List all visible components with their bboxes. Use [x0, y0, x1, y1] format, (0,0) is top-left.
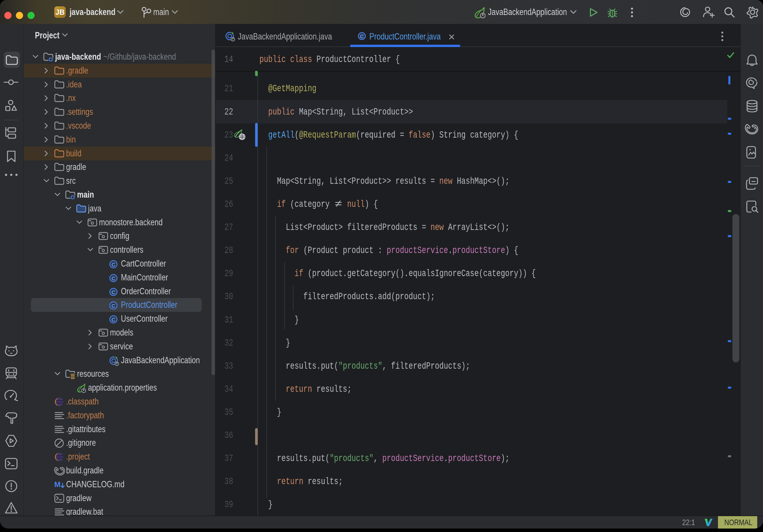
svg-text:C: C	[360, 34, 364, 40]
svg-text:M: M	[54, 480, 60, 489]
svg-text:C: C	[111, 275, 115, 281]
svg-text:C: C	[111, 289, 115, 295]
svg-text:C: C	[111, 317, 115, 323]
svg-text:C: C	[111, 262, 115, 268]
svg-text:C: C	[111, 303, 115, 309]
